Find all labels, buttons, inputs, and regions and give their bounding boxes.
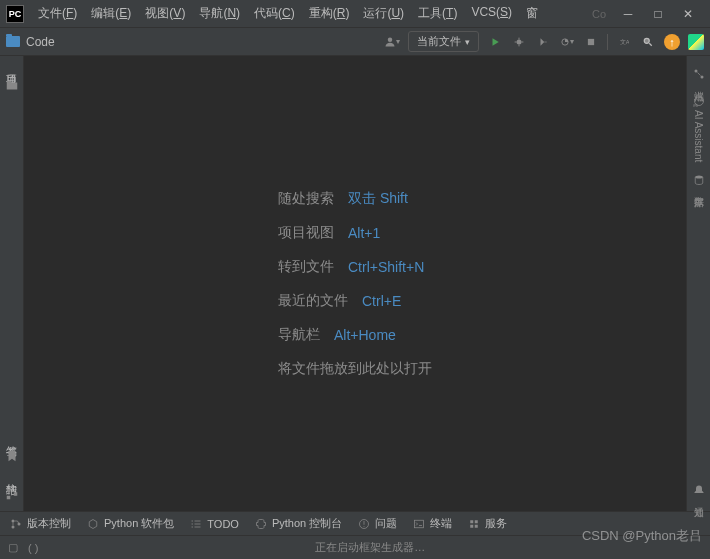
svg-rect-7	[6, 496, 10, 500]
structure-tab[interactable]: 结构	[2, 469, 21, 481]
version-control-tab[interactable]: 版本控制	[10, 516, 71, 531]
database-tab[interactable]: 数据库	[690, 168, 708, 195]
project-tab[interactable]: 项目	[2, 60, 21, 72]
debug-button[interactable]	[511, 34, 527, 50]
menu-run[interactable]: 运行(U)	[357, 3, 410, 24]
statusbar: ▢ ( ) 正在启动框架生成器…	[0, 535, 710, 559]
bookmarks-tab[interactable]: 书签	[2, 431, 21, 443]
tool-window-toggle-icon[interactable]: ▢	[8, 541, 18, 554]
svg-rect-20	[475, 520, 478, 523]
menu-tools[interactable]: 工具(T)	[412, 3, 463, 24]
translate-icon[interactable]: 文A	[616, 34, 632, 50]
menu-navigate[interactable]: 导航(N)	[193, 3, 246, 24]
svg-point-14	[12, 519, 15, 522]
right-sidebar: 端点 @AI Assistant 数据库 通知	[686, 56, 710, 511]
svg-point-13	[695, 176, 703, 179]
hint-project-view: 项目视图Alt+1	[278, 224, 432, 242]
svg-point-5	[644, 38, 649, 43]
left-sidebar: 项目 书签 结构	[0, 56, 24, 511]
hint-goto-file: 转到文件Ctrl+Shift+N	[278, 258, 432, 276]
svg-rect-22	[475, 524, 478, 527]
svg-point-9	[694, 70, 697, 73]
services-tab[interactable]: 服务	[468, 516, 507, 531]
svg-text:@: @	[693, 103, 699, 107]
search-placeholder[interactable]: Co	[586, 8, 612, 20]
hint-nav-bar: 导航栏Alt+Home	[278, 326, 432, 344]
bookmark-icon[interactable]	[5, 449, 19, 463]
app-logo: PC	[6, 5, 24, 23]
editor-area[interactable]: 随处搜索双击 Shift 项目视图Alt+1 转到文件Ctrl+Shift+N …	[24, 56, 686, 511]
titlebar: PC 文件(F) 编辑(E) 视图(V) 导航(N) 代码(C) 重构(R) 运…	[0, 0, 710, 28]
stop-button[interactable]	[583, 34, 599, 50]
python-packages-tab[interactable]: Python 软件包	[87, 516, 174, 531]
terminal-tab[interactable]: 终端	[413, 516, 452, 531]
todo-tab[interactable]: TODO	[190, 518, 239, 530]
hint-drop-files: 将文件拖放到此处以打开	[278, 360, 432, 378]
python-console-tab[interactable]: Python 控制台	[255, 516, 342, 531]
maximize-button[interactable]: □	[652, 8, 664, 20]
endpoints-tab[interactable]: 端点	[690, 62, 708, 89]
menu-file[interactable]: 文件(F)	[32, 3, 83, 24]
search-icon[interactable]	[640, 34, 656, 50]
svg-point-1	[517, 39, 522, 44]
ai-assistant-tab[interactable]: @AI Assistant	[691, 89, 707, 168]
empty-state-hints: 随处搜索双击 Shift 项目视图Alt+1 转到文件Ctrl+Shift+N …	[278, 190, 432, 378]
window-controls: ─ □ ✕	[612, 8, 704, 20]
hint-recent-files: 最近的文件Ctrl+E	[278, 292, 432, 310]
svg-rect-18	[415, 520, 424, 528]
coverage-button[interactable]: ▾	[559, 34, 575, 50]
menu-vcs[interactable]: VCS(S)	[465, 3, 518, 24]
project-folder-icon[interactable]	[5, 78, 19, 92]
svg-rect-21	[470, 524, 473, 527]
menu-view[interactable]: 视图(V)	[139, 3, 191, 24]
menu-window[interactable]: 窗	[520, 3, 544, 24]
user-icon[interactable]: ▾	[384, 34, 400, 50]
status-message: 正在启动框架生成器…	[38, 540, 702, 555]
svg-rect-3	[588, 38, 594, 44]
project-folder-icon	[6, 36, 20, 47]
main-toolbar: Code ▾ 当前文件 ▾ ▾ 文A ↑	[0, 28, 710, 56]
structure-icon[interactable]	[5, 487, 19, 501]
jetbrains-icon[interactable]	[688, 34, 704, 50]
close-button[interactable]: ✕	[682, 8, 694, 20]
minimize-button[interactable]: ─	[622, 8, 634, 20]
update-badge[interactable]: ↑	[664, 34, 680, 50]
run-button[interactable]	[487, 34, 503, 50]
main-area: 项目 书签 结构 随处搜索双击 Shift 项目视图Alt+1 转到文件Ctrl…	[0, 56, 710, 511]
more-run-button[interactable]	[535, 34, 551, 50]
project-name[interactable]: Code	[26, 35, 55, 49]
svg-point-15	[12, 525, 15, 528]
run-configuration-select[interactable]: 当前文件 ▾	[408, 31, 479, 52]
menu-edit[interactable]: 编辑(E)	[85, 3, 137, 24]
main-menu: 文件(F) 编辑(E) 视图(V) 导航(N) 代码(C) 重构(R) 运行(U…	[32, 3, 586, 24]
svg-point-10	[700, 76, 703, 79]
hint-search-everywhere: 随处搜索双击 Shift	[278, 190, 432, 208]
notifications-tab[interactable]: 通知	[690, 478, 708, 505]
svg-rect-8	[13, 492, 17, 496]
svg-point-0	[388, 37, 393, 42]
svg-text:文A: 文A	[620, 37, 629, 44]
svg-rect-6	[6, 489, 10, 493]
menu-code[interactable]: 代码(C)	[248, 3, 301, 24]
problems-tab[interactable]: 问题	[358, 516, 397, 531]
bottom-toolbar: 版本控制 Python 软件包 TODO Python 控制台 问题 终端 服务	[0, 511, 710, 535]
menu-refactor[interactable]: 重构(R)	[303, 3, 356, 24]
svg-rect-19	[470, 520, 473, 523]
status-indicator: ( )	[28, 542, 38, 554]
